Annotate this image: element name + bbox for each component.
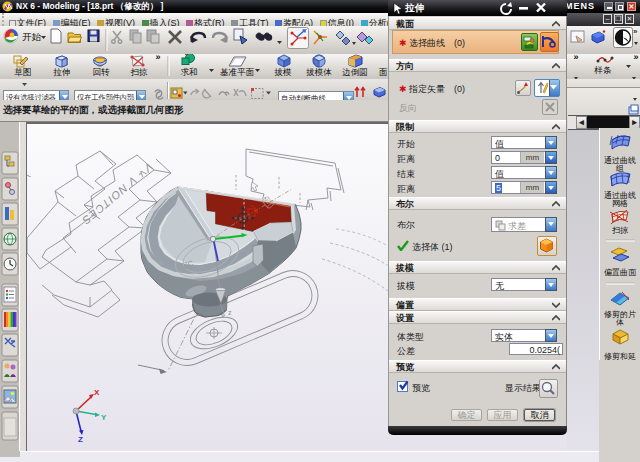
svg-text:边倒圆: 边倒圆 bbox=[342, 67, 368, 77]
svg-text:草图: 草图 bbox=[14, 67, 32, 77]
svg-text:求和: 求和 bbox=[181, 67, 198, 77]
svg-text:样条: 样条 bbox=[594, 65, 613, 75]
svg-text:拉伸: 拉伸 bbox=[53, 67, 71, 77]
svg-text:拔模体: 拔模体 bbox=[306, 67, 332, 77]
svg-text:组: 组 bbox=[615, 164, 624, 173]
svg-text:基准平面: 基准平面 bbox=[220, 67, 255, 77]
svg-text:网格: 网格 bbox=[612, 199, 628, 208]
svg-text:z: z bbox=[228, 309, 232, 316]
svg-text:V: V bbox=[27, 170, 32, 182]
svg-text:»: » bbox=[573, 54, 578, 62]
svg-text:扫掠: 扫掠 bbox=[131, 67, 149, 77]
svg-text:体: 体 bbox=[616, 318, 624, 327]
svg-text:X: X bbox=[94, 388, 100, 397]
svg-text:面: 面 bbox=[379, 67, 388, 77]
svg-text:回转: 回转 bbox=[93, 67, 111, 77]
svg-text:»: » bbox=[633, 27, 638, 36]
svg-text:»: » bbox=[633, 54, 638, 62]
svg-text:拔模: 拔模 bbox=[275, 67, 293, 77]
svg-text:开始: 开始 bbox=[22, 31, 42, 42]
svg-text:Z: Z bbox=[78, 435, 83, 444]
svg-text:扫掠: 扫掠 bbox=[612, 226, 628, 235]
svg-text:Y: Y bbox=[101, 413, 107, 422]
svg-text:偏置曲面: 偏置曲面 bbox=[604, 268, 637, 277]
svg-text:»: » bbox=[155, 54, 160, 62]
